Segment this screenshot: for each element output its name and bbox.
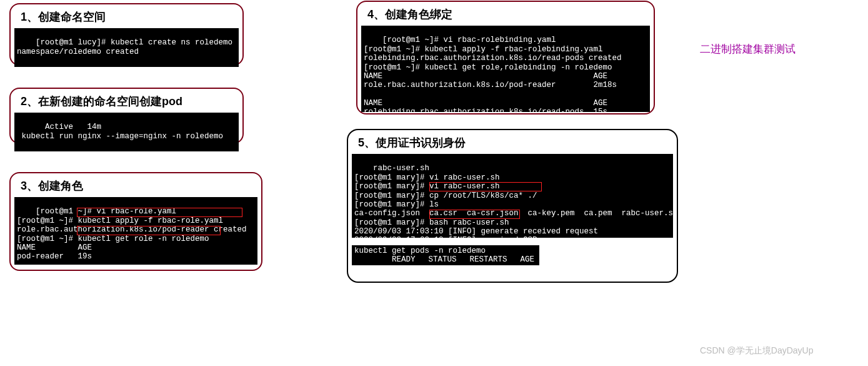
box5-terminal-b: kubectl get pods -n roledemo READY STATU… [352,245,539,265]
terminal-line: [root@m1 ~]# vi rbac-role.yaml [36,207,176,216]
terminal-line: NAME AGE [364,99,607,108]
terminal-line: [root@m1 ~]# vi rbac-rolebinding.yaml [382,36,556,44]
terminal-line: Active 14m [36,123,101,131]
box-2-create-pod: 2、在新创建的命名空间创建pod Active 14m kubectl run … [9,88,244,144]
box2-terminal: Active 14m kubectl run nginx --image=ngi… [14,113,239,151]
box-3-create-role: 3、创建角色 [root@m1 ~]# vi rbac-role.yaml [r… [9,172,262,271]
box5-terminal-a: rabc-user.sh [root@m1 mary]# vi rabc-use… [352,154,673,238]
col-ready: READY [392,255,416,264]
terminal-line: [root@m1 mary]# ls [354,200,439,209]
terminal-line: [root@m1 mary]# vi rabc-user.sh [354,182,500,191]
box4-title: 4、创建角色绑定 [367,7,650,22]
box2-title: 2、在新创建的命名空间创建pod [21,94,239,109]
terminal-line: pod-reader 19s [17,252,92,261]
terminal-line: kubectl get pods -n roledemo [354,247,537,255]
col-restarts: RESTARTS [469,255,507,264]
terminal-line: [root@m1 lucy]# kubectl create ns rolede… [36,38,232,47]
terminal-line: role.rbac.authorization.k8s.io/pod-reade… [17,225,247,234]
terminal-line: [root@m1 mary]# bash rabc-user.sh [354,218,509,227]
terminal-line: 2020/09/03 17:03:10 [INFO] generate rece… [354,227,598,236]
side-annotation: 二进制搭建集群测试 [700,42,796,56]
terminal-line: NAME AGE [17,243,92,252]
terminal-line: [root@m1 mary]# vi rabc-user.sh [354,173,500,182]
terminal-line: rolebinding.rbac.authorization.k8s.io/re… [364,54,622,63]
box-4-rolebinding: 4、创建角色绑定 [root@m1 ~]# vi rbac-rolebindin… [356,1,655,114]
terminal-line: rolebinding.rbac.authorization.k8s.io/re… [364,108,607,112]
box-5-cert: 5、使用证书识别身份 rabc-user.sh [root@m1 mary]# … [347,129,678,283]
box3-title: 3、创建角色 [21,178,257,193]
terminal-line: [root@m1 ~]# kubectl apply -f rbac-role.… [17,216,223,225]
box1-title: 1、创建命名空间 [21,9,239,24]
box5-title: 5、使用证书识别身份 [358,135,673,150]
terminal-line: NAME AGE [364,72,607,81]
col-status: STATUS [428,255,456,264]
terminal-line: role.rbac.authorization.k8s.io/pod-reade… [364,81,617,89]
col-age: AGE [520,255,534,264]
terminal-line: [root@m1 ~]# kubectl get role,rolebindin… [364,63,612,72]
box4-terminal: [root@m1 ~]# vi rbac-rolebinding.yaml [r… [361,26,650,112]
terminal-line: [root@m1 mary]# cp /root/TLS/k8s/ca* ./ [354,191,537,200]
terminal-line: [root@m1 ~]# kubectl apply -f rbac-roleb… [364,45,603,54]
box1-terminal: [root@m1 lucy]# kubectl create ns rolede… [14,28,239,67]
terminal-line: kubectl run nginx --image=nginx -n roled… [17,132,223,141]
watermark: CSDN @学无止境DayDayUp [700,345,813,357]
terminal-line: namespace/roledemo created [17,48,139,56]
box3-terminal: [root@m1 ~]# vi rbac-role.yaml [root@m1 … [14,197,257,265]
terminal-line: 2020/09/03 17:03:10 [INFO] received CSR [354,236,537,238]
terminal-line: [root@m1 ~]# kubectl get role -n roledem… [17,235,209,243]
terminal-line: ca-config.json ca.csr ca-csr.json ca-key… [354,209,673,218]
box-1-namespace: 1、创建命名空间 [root@m1 lucy]# kubectl create … [9,3,244,66]
terminal-line: rabc-user.sh [373,164,429,173]
